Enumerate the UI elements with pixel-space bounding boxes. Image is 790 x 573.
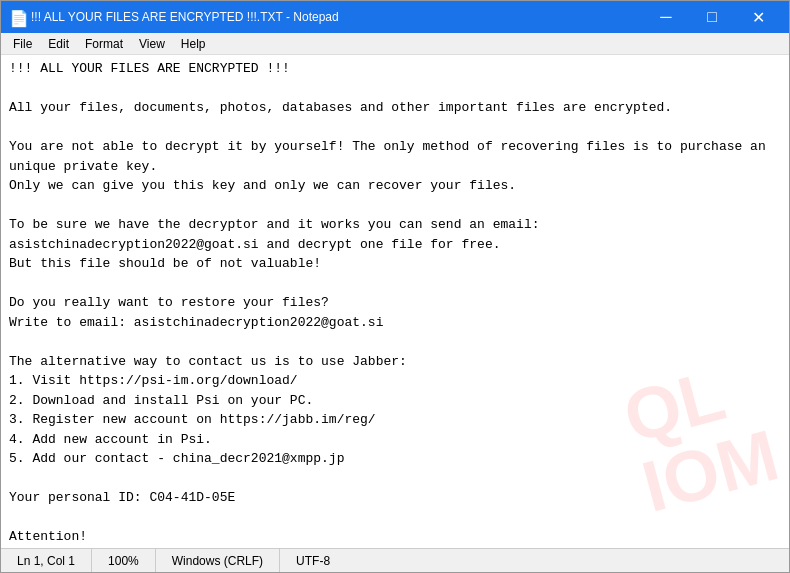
editor-area[interactable]: !!! ALL YOUR FILES ARE ENCRYPTED !!! All… — [1, 55, 789, 548]
menu-file[interactable]: File — [5, 35, 40, 53]
maximize-button[interactable]: □ — [689, 1, 735, 33]
app-icon: 📄 — [9, 9, 25, 25]
zoom-level: 100% — [92, 549, 156, 572]
status-bar: Ln 1, Col 1 100% Windows (CRLF) UTF-8 — [1, 548, 789, 572]
editor-wrapper: !!! ALL YOUR FILES ARE ENCRYPTED !!! All… — [1, 55, 789, 548]
encoding: UTF-8 — [280, 549, 346, 572]
title-bar: 📄 !!! ALL YOUR FILES ARE ENCRYPTED !!!.T… — [1, 1, 789, 33]
menu-help[interactable]: Help — [173, 35, 214, 53]
window-title: !!! ALL YOUR FILES ARE ENCRYPTED !!!.TXT… — [31, 10, 643, 24]
window-controls: ─ □ ✕ — [643, 1, 781, 33]
notepad-window: 📄 !!! ALL YOUR FILES ARE ENCRYPTED !!!.T… — [0, 0, 790, 573]
cursor-position: Ln 1, Col 1 — [1, 549, 92, 572]
menu-format[interactable]: Format — [77, 35, 131, 53]
line-ending: Windows (CRLF) — [156, 549, 280, 572]
minimize-button[interactable]: ─ — [643, 1, 689, 33]
editor-content[interactable]: !!! ALL YOUR FILES ARE ENCRYPTED !!! All… — [9, 59, 781, 548]
menu-edit[interactable]: Edit — [40, 35, 77, 53]
menu-bar: File Edit Format View Help — [1, 33, 789, 55]
menu-view[interactable]: View — [131, 35, 173, 53]
close-button[interactable]: ✕ — [735, 1, 781, 33]
